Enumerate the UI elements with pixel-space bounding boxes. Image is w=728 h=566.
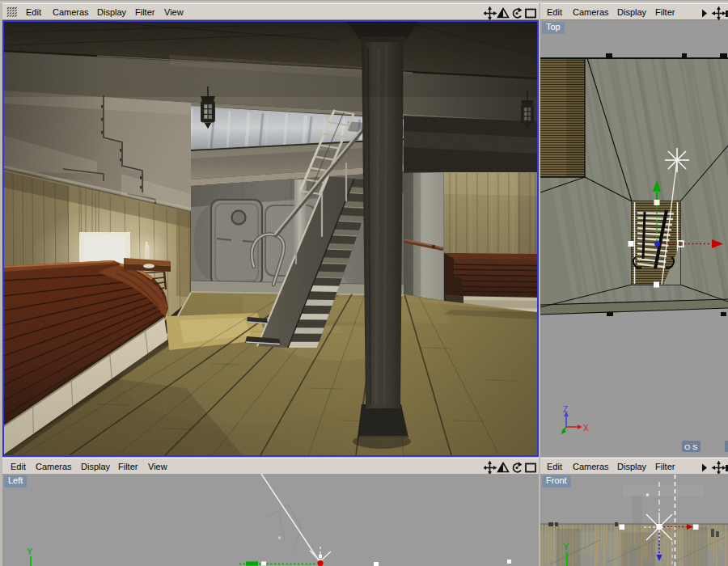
svg-text:Y: Y xyxy=(563,542,569,551)
svg-text:Z: Z xyxy=(563,405,568,414)
svg-text:O S: O S xyxy=(684,442,697,451)
svg-text:X: X xyxy=(583,424,589,433)
svg-text:Y: Y xyxy=(27,547,33,556)
